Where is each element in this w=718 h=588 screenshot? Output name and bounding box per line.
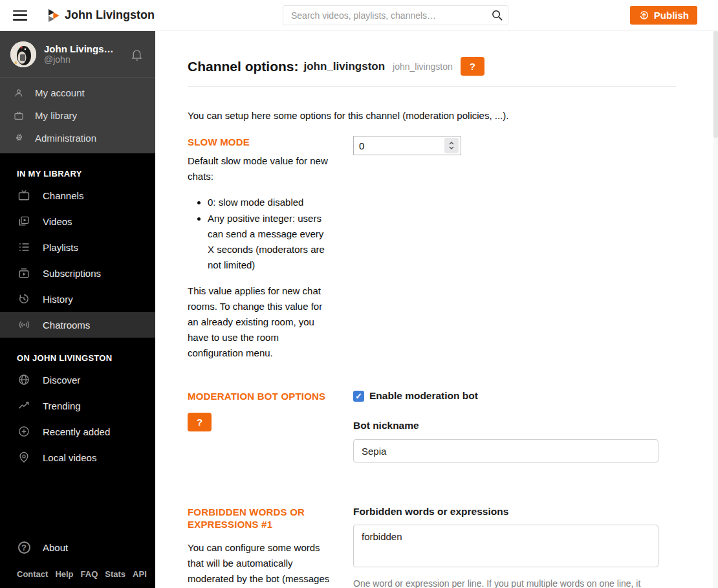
slow-mode-bullets: 0: slow mode disabled Any positive integ… bbox=[188, 195, 332, 273]
sidebar-item-label: Playlists bbox=[43, 242, 78, 253]
forbidden-words-heading: FORBIDDEN WORDS OR EXPRESSIONS #1 bbox=[188, 506, 332, 530]
slow-mode-note: This value applies for new chat rooms. T… bbox=[188, 283, 332, 361]
footer-link-faq[interactable]: FAQ bbox=[81, 569, 98, 579]
publish-label: Publish bbox=[654, 10, 689, 21]
sidebar-item-label: Local videos bbox=[43, 452, 96, 463]
slow-mode-number-input[interactable]: 0 bbox=[353, 136, 461, 155]
forbidden-words-section: FORBIDDEN WORDS OR EXPRESSIONS #1 You ca… bbox=[188, 506, 676, 588]
question-circle-icon: ? bbox=[17, 541, 31, 554]
person-icon bbox=[13, 88, 25, 98]
gear-icon bbox=[13, 133, 25, 144]
trending-icon bbox=[17, 399, 31, 412]
bot-nickname-label: Bot nickname bbox=[353, 420, 658, 431]
sidebar-item-label: Administration bbox=[35, 133, 96, 144]
intro-text: You can setup here some options for this… bbox=[188, 110, 676, 121]
channel-handle: john_livingston bbox=[393, 61, 453, 72]
sidebar-item-label: Recently added bbox=[43, 426, 110, 437]
enable-bot-checkbox[interactable]: ✓ bbox=[353, 391, 364, 402]
sidebar-item-label: History bbox=[43, 294, 73, 305]
section-title-in-my-library: IN MY LIBRARY bbox=[17, 169, 155, 179]
sidebar-item-label: Discover bbox=[43, 375, 80, 386]
footer-link-help[interactable]: Help bbox=[55, 569, 73, 579]
user-display-name: John Livingston bbox=[44, 43, 116, 54]
page-title: Channel options: bbox=[188, 59, 299, 74]
home-pin-icon bbox=[17, 451, 31, 464]
forbidden-words-label: Forbidden words or expressions bbox=[353, 506, 658, 517]
title-divider bbox=[188, 86, 676, 87]
channel-name: john_livingston bbox=[304, 60, 386, 73]
sidebar-item-label: Subscriptions bbox=[43, 268, 101, 279]
tv-icon bbox=[17, 189, 31, 202]
avatar bbox=[10, 41, 36, 67]
sidebar-item-playlists[interactable]: Playlists bbox=[0, 234, 155, 260]
sidebar-item-label: My account bbox=[35, 87, 85, 98]
slow-mode-value: 0 bbox=[354, 140, 444, 151]
forbidden-words-textarea[interactable]: forbidden bbox=[353, 525, 658, 567]
sidebar-item-local-videos[interactable]: Local videos bbox=[0, 444, 155, 470]
moderation-bot-help-button[interactable]: ? bbox=[188, 413, 212, 431]
sidebar-item-history[interactable]: History bbox=[0, 286, 155, 312]
sidebar-item-recently-added[interactable]: Recently added bbox=[0, 419, 155, 444]
number-spinner[interactable] bbox=[444, 138, 459, 153]
plus-circle-icon bbox=[17, 425, 31, 438]
sidebar-item-subscriptions[interactable]: Subscriptions bbox=[0, 260, 155, 286]
videos-icon bbox=[17, 215, 31, 228]
user-menu[interactable]: John Livingston @john bbox=[0, 31, 155, 78]
scrollbar-thumb[interactable] bbox=[713, 31, 718, 138]
broadcast-icon bbox=[17, 318, 31, 331]
instance-title[interactable]: John Livingston bbox=[65, 8, 155, 22]
slow-mode-section: SLOW MODE Default slow mode value for ne… bbox=[188, 136, 676, 361]
sidebar-item-about[interactable]: ? About bbox=[0, 534, 155, 560]
globe-icon bbox=[17, 373, 31, 386]
enable-bot-label: Enable moderation bot bbox=[369, 390, 478, 402]
bot-nickname-input[interactable] bbox=[353, 439, 658, 463]
sidebar-footer: Contact Help FAQ Stats API bbox=[0, 560, 155, 582]
menu-toggle-icon[interactable] bbox=[13, 10, 27, 21]
forbidden-words-hint: One word or expression per line. If you … bbox=[353, 577, 655, 588]
sidebar-item-videos[interactable]: Videos bbox=[0, 208, 155, 234]
moderation-bot-heading: MODERATION BOT OPTIONS bbox=[188, 390, 332, 402]
playlist-icon bbox=[17, 241, 31, 254]
sidebar-item-label: Chatrooms bbox=[43, 320, 90, 331]
sidebar-item-label: My library bbox=[35, 110, 77, 121]
sidebar-item-label: About bbox=[43, 542, 68, 553]
peertube-logo-icon[interactable] bbox=[47, 8, 61, 23]
sidebar-item-trending[interactable]: Trending bbox=[0, 393, 155, 419]
channel-help-button[interactable]: ? bbox=[461, 57, 484, 76]
subscriptions-icon bbox=[17, 267, 31, 279]
footer-link-stats[interactable]: Stats bbox=[105, 569, 125, 579]
publish-button[interactable]: Publish bbox=[630, 6, 697, 25]
top-header: John Livingston Publish bbox=[0, 0, 718, 31]
search-icon[interactable] bbox=[491, 9, 503, 21]
user-handle: @john bbox=[44, 54, 130, 65]
sidebar-item-label: Channels bbox=[43, 190, 83, 201]
notifications-bell-icon[interactable] bbox=[130, 47, 144, 61]
footer-link-api[interactable]: API bbox=[133, 569, 147, 579]
sidebar-item-administration[interactable]: Administration bbox=[0, 127, 155, 149]
scrollbar-track[interactable] bbox=[713, 31, 718, 588]
bullet-item: 0: slow mode disabled bbox=[208, 195, 332, 210]
sidebar-item-channels[interactable]: Channels bbox=[0, 182, 155, 208]
main-content: Channel options: john_livingston john_li… bbox=[155, 31, 718, 588]
forbidden-words-description: You can configure some words that will b… bbox=[188, 540, 332, 588]
section-title-on-instance: ON JOHN LIVINGSTON bbox=[17, 353, 155, 363]
sidebar-item-discover[interactable]: Discover bbox=[0, 367, 155, 393]
slow-mode-description: Default slow mode value for new chats: bbox=[188, 155, 328, 182]
bullet-item: Any positive integer: users can send a m… bbox=[208, 211, 332, 273]
sidebar-item-my-library[interactable]: My library bbox=[0, 104, 155, 127]
sidebar-item-chatrooms[interactable]: Chatrooms bbox=[0, 312, 155, 338]
sidebar-item-label: Videos bbox=[43, 216, 72, 227]
search-box bbox=[283, 5, 508, 25]
history-clock-icon bbox=[17, 292, 31, 305]
sidebar: John Livingston @john My account bbox=[0, 31, 155, 588]
upload-icon bbox=[638, 10, 649, 21]
footer-link-contact[interactable]: Contact bbox=[17, 569, 48, 579]
tv-icon bbox=[13, 111, 25, 121]
search-input[interactable] bbox=[283, 5, 508, 25]
sidebar-item-label: Trending bbox=[43, 400, 81, 411]
sidebar-item-my-account[interactable]: My account bbox=[0, 82, 155, 104]
slow-mode-heading: SLOW MODE bbox=[188, 136, 332, 148]
moderation-bot-section: MODERATION BOT OPTIONS ? ✓ Enable modera… bbox=[188, 390, 676, 463]
